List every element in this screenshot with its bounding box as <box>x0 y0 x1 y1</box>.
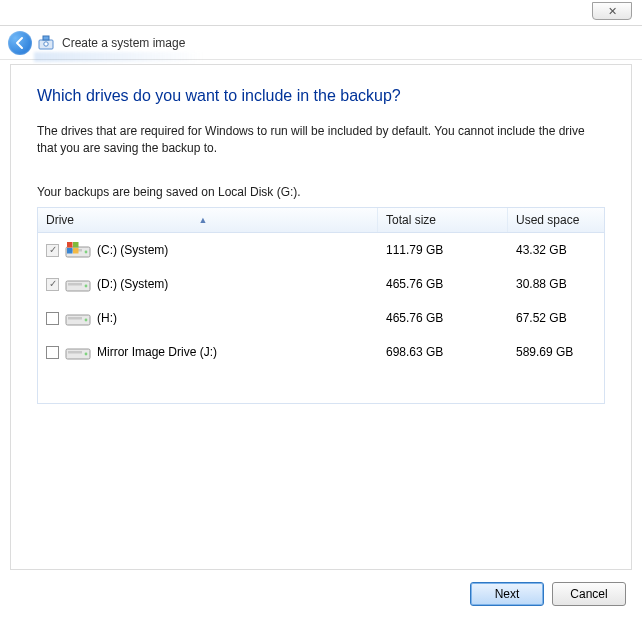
table-row[interactable]: ✓(C:) (System)111.79 GB43.32 GB <box>38 233 604 267</box>
cell-used: 589.69 GB <box>508 345 604 359</box>
cell-used: 67.52 GB <box>508 311 604 325</box>
col-header-total-label: Total size <box>386 213 436 227</box>
cell-total: 465.76 GB <box>378 311 508 325</box>
content-frame: Which drives do you want to include in t… <box>10 64 632 570</box>
drive-icon <box>65 274 91 294</box>
include-checkbox[interactable] <box>46 312 59 325</box>
table-row[interactable]: Mirror Image Drive (J:)698.63 GB589.69 G… <box>38 335 604 369</box>
table-row[interactable]: (H:)465.76 GB67.52 GB <box>38 301 604 335</box>
navbar: Create a system image <box>0 26 642 60</box>
col-header-used-label: Used space <box>516 213 579 227</box>
drive-label: (H:) <box>97 311 117 325</box>
system-drive-icon <box>65 240 91 260</box>
cell-drive: Mirror Image Drive (J:) <box>38 342 378 362</box>
drive-label: (C:) (System) <box>97 243 168 257</box>
check-icon: ✓ <box>49 245 57 255</box>
table-body: ✓(C:) (System)111.79 GB43.32 GB✓(D:) (Sy… <box>38 233 604 403</box>
cell-total: 698.63 GB <box>378 345 508 359</box>
titlebar: ✕ <box>0 0 642 26</box>
cell-drive: ✓(D:) (System) <box>38 274 378 294</box>
cancel-button[interactable]: Cancel <box>552 582 626 606</box>
next-button[interactable]: Next <box>470 582 544 606</box>
drives-table: Drive ▲ Total size Used space ✓(C:) (Sys… <box>37 207 605 404</box>
col-header-drive-label: Drive <box>46 213 74 227</box>
nav-title: Create a system image <box>62 36 185 50</box>
sort-indicator-icon: ▲ <box>199 215 208 225</box>
cell-drive: ✓(C:) (System) <box>38 240 378 260</box>
cell-total: 111.79 GB <box>378 243 508 257</box>
saving-location-line: Your backups are being saved on Local Di… <box>37 184 605 201</box>
context-icon <box>38 34 56 52</box>
back-button[interactable] <box>8 31 32 55</box>
cell-total: 465.76 GB <box>378 277 508 291</box>
cell-drive: (H:) <box>38 308 378 328</box>
drive-icon <box>65 308 91 328</box>
drive-label: Mirror Image Drive (J:) <box>97 345 217 359</box>
wizard-actions: Next Cancel <box>470 582 626 606</box>
drive-label: (D:) (System) <box>97 277 168 291</box>
back-arrow-icon <box>13 36 27 50</box>
close-icon: ✕ <box>608 5 617 18</box>
drive-icon <box>65 342 91 362</box>
cell-used: 30.88 GB <box>508 277 604 291</box>
table-header[interactable]: Drive ▲ Total size Used space <box>38 208 604 233</box>
page-heading: Which drives do you want to include in t… <box>37 87 605 105</box>
include-checkbox: ✓ <box>46 278 59 291</box>
include-checkbox[interactable] <box>46 346 59 359</box>
cell-used: 43.32 GB <box>508 243 604 257</box>
table-row[interactable]: ✓(D:) (System)465.76 GB30.88 GB <box>38 267 604 301</box>
col-header-total[interactable]: Total size <box>378 208 508 232</box>
page-description: The drives that are required for Windows… <box>37 123 605 158</box>
col-header-drive[interactable]: Drive ▲ <box>38 208 378 232</box>
check-icon: ✓ <box>49 279 57 289</box>
include-checkbox: ✓ <box>46 244 59 257</box>
col-header-used[interactable]: Used space <box>508 208 604 232</box>
close-button[interactable]: ✕ <box>592 2 632 20</box>
